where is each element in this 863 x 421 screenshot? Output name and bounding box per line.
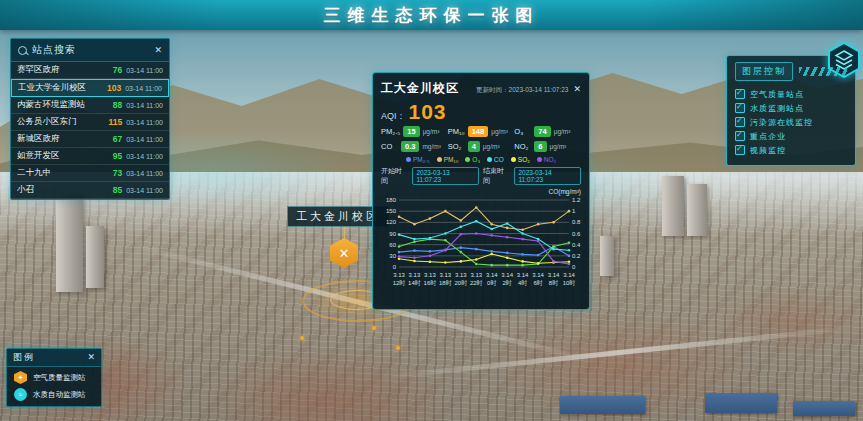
popup-title: 工大金川校区 — [381, 80, 459, 97]
close-icon[interactable]: ✕ — [573, 85, 581, 94]
layer-checkbox[interactable] — [735, 89, 745, 99]
layer-checkbox[interactable] — [735, 131, 745, 141]
station-aqi-value: 67 — [113, 134, 122, 144]
svg-text:0.6: 0.6 — [572, 231, 581, 237]
station-row[interactable]: 赛罕区政府 76 03-14 11:00 — [11, 62, 169, 79]
scene-tower — [600, 236, 614, 276]
pollutant-value-badge: 6 — [534, 141, 546, 152]
svg-text:1: 1 — [572, 208, 576, 214]
svg-text:0时: 0时 — [487, 280, 496, 286]
svg-text:18时: 18时 — [439, 280, 452, 286]
pollutant-trend-chart[interactable]: 00300.2600.4900.61200.815011801.23.1312时… — [381, 195, 583, 299]
legend-list: ✦ 空气质量监测站 ≈ 水质自动监测站 — [7, 367, 101, 401]
scene-tower — [56, 196, 83, 292]
svg-text:3.14: 3.14 — [548, 272, 560, 278]
scene-tower — [86, 226, 104, 288]
layer-checkbox[interactable] — [735, 103, 745, 113]
scene-warehouse — [793, 401, 855, 416]
station-update-time: 03-14 11:00 — [126, 119, 163, 126]
station-name: 如意开发区 — [17, 150, 109, 162]
pollutant-unit: mg/m³ — [422, 143, 440, 150]
chart-legend-item[interactable]: PM₂.₅ — [406, 156, 430, 163]
svg-text:2时: 2时 — [503, 280, 512, 286]
station-update-time: 03-14 11:00 — [126, 170, 163, 177]
chart-legend-item[interactable]: SO₂ — [511, 156, 530, 163]
svg-text:3.13: 3.13 — [393, 272, 405, 278]
pollutant-unit: μg/m³ — [483, 143, 500, 150]
station-row[interactable]: 二十九中 73 03-14 11:00 — [11, 165, 169, 182]
start-time-input[interactable]: 2023-03-13 11:07:23 — [412, 167, 479, 185]
station-row[interactable]: 工业大学金川校区 103 03-14 11:00 — [11, 79, 169, 97]
pollutant-cell: SO₂ 4 μg/m³ — [448, 141, 515, 152]
scene-marker-pole — [344, 226, 345, 240]
layer-label: 水质监测站点 — [750, 103, 804, 114]
station-aqi-value: 103 — [107, 83, 121, 93]
svg-text:3.14: 3.14 — [486, 272, 498, 278]
pollutant-label: NO₂ — [514, 142, 531, 151]
pollutant-unit: μg/m³ — [550, 143, 567, 150]
station-name: 内蒙古环境监测站 — [17, 99, 109, 111]
map-3d-scene[interactable]: 工大金川校区 ✕ 三维生态环保一张图 站点搜索 ✕ 赛罕区政府 76 03-14… — [0, 0, 863, 421]
station-aqi-value: 95 — [113, 151, 122, 161]
pollutant-cell: O₃ 74 μg/m³ — [514, 126, 581, 137]
station-row[interactable]: 公务员小区东门 115 03-14 11:00 — [11, 114, 169, 131]
layer-checkbox[interactable] — [735, 117, 745, 127]
layer-label: 空气质量站点 — [750, 89, 804, 100]
layer-item[interactable]: 水质监测站点 — [735, 101, 847, 115]
legend-marker-icon: ≈ — [14, 388, 27, 401]
page-title: 三维生态环保一张图 — [324, 4, 540, 27]
svg-text:3.14: 3.14 — [517, 272, 529, 278]
legend-dot-icon — [487, 157, 492, 162]
legend-marker-icon: ✦ — [14, 371, 27, 384]
pollutant-value-badge: 4 — [468, 141, 480, 152]
layer-checkbox[interactable] — [735, 145, 745, 155]
svg-text:8时: 8时 — [549, 280, 558, 286]
legend-dot-icon — [465, 157, 470, 162]
popup-titlebar: 工大金川校区 更新时间：2023-03-14 11:07:23 ✕ — [381, 80, 581, 97]
chart-legend-item[interactable]: CO — [487, 156, 504, 163]
station-aqi-value: 88 — [113, 100, 122, 110]
layer-item[interactable]: 视频监控 — [735, 143, 847, 157]
layers-icon[interactable] — [827, 42, 861, 82]
close-icon[interactable]: ✕ — [154, 46, 162, 55]
legend-item[interactable]: ≈ 水质自动监测站 — [7, 384, 101, 401]
legend-series-name: PM₁₀ — [444, 156, 459, 163]
svg-text:120: 120 — [386, 219, 397, 225]
station-panel-header: 站点搜索 ✕ — [11, 39, 169, 62]
legend-series-name: NO₂ — [544, 156, 556, 163]
chart-legend-item[interactable]: PM₁₀ — [437, 156, 459, 163]
station-row[interactable]: 新城区政府 67 03-14 11:00 — [11, 131, 169, 148]
pollutant-label: CO — [381, 142, 398, 151]
svg-text:3.13: 3.13 — [470, 272, 482, 278]
hatch-decoration — [799, 67, 847, 76]
station-update-time: 03-14 11:00 — [126, 136, 163, 143]
end-time-input[interactable]: 2023-03-14 11:07:23 — [514, 167, 581, 185]
svg-text:3.14: 3.14 — [532, 272, 544, 278]
chart-legend-item[interactable]: O₃ — [465, 156, 480, 163]
layer-label: 污染源在线监控 — [750, 117, 813, 128]
scene-poi-dot — [396, 346, 400, 350]
pollutant-value-badge: 74 — [534, 126, 550, 137]
layer-label: 重点企业 — [750, 131, 786, 142]
aqi-readout: AQI： 103 — [381, 100, 581, 124]
legend-item[interactable]: ✦ 空气质量监测站 — [7, 367, 101, 384]
layer-item[interactable]: 重点企业 — [735, 129, 847, 143]
pollutant-value-badge: 0.3 — [401, 141, 419, 152]
svg-text:180: 180 — [386, 197, 397, 203]
station-row[interactable]: 如意开发区 95 03-14 11:00 — [11, 148, 169, 165]
station-list-panel: 站点搜索 ✕ 赛罕区政府 76 03-14 11:00 工业大学金川校区 103… — [10, 38, 170, 200]
station-row[interactable]: 内蒙古环境监测站 88 03-14 11:00 — [11, 97, 169, 114]
station-panel-title: 站点搜索 — [32, 43, 149, 57]
svg-text:4时: 4时 — [518, 280, 527, 286]
close-icon[interactable]: ✕ — [87, 353, 95, 362]
pollutant-unit: μg/m³ — [423, 128, 440, 135]
chart-legend-item[interactable]: NO₂ — [537, 156, 556, 163]
station-row[interactable]: 小召 85 03-14 11:00 — [11, 182, 169, 199]
layer-item[interactable]: 空气质量站点 — [735, 87, 847, 101]
legend-series-name: CO — [494, 156, 504, 163]
svg-text:14时: 14时 — [408, 280, 421, 286]
station-detail-popup: 工大金川校区 更新时间：2023-03-14 11:07:23 ✕ AQI： 1… — [372, 72, 590, 310]
layer-item[interactable]: 污染源在线监控 — [735, 115, 847, 129]
station-update-time: 03-14 11:00 — [126, 153, 163, 160]
pollutant-label: PM₂.₅ — [381, 127, 400, 136]
